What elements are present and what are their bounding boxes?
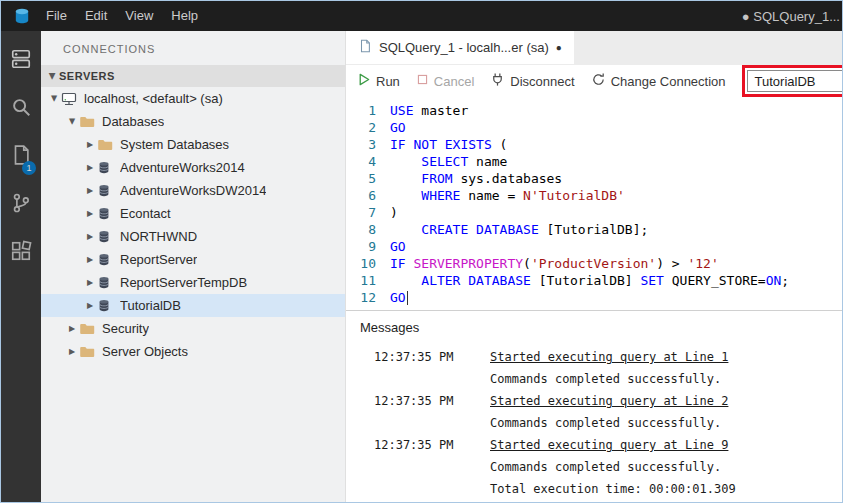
code-line[interactable]: IF SERVERPROPERTY('ProductVersion') > '1… [390, 255, 842, 272]
chevron-right-icon: ▶ [65, 347, 79, 356]
chevron-down-icon: ▶ [50, 92, 59, 106]
database-icon [97, 275, 115, 290]
code-token: ; [781, 273, 789, 288]
folder-icon [79, 321, 97, 337]
tree-item-econtact[interactable]: ▶Econtact [41, 202, 345, 225]
message-time [374, 478, 482, 500]
message-row: Commands completed successfully. [374, 456, 842, 478]
search-icon [10, 96, 32, 122]
tree-item-label: TutorialDB [120, 298, 181, 313]
menu-edit[interactable]: Edit [76, 8, 116, 23]
connections-sidebar: CONNECTIONS ▶ SERVERS ▶localhost, <defau… [41, 31, 346, 502]
code-line[interactable]: WHERE name = N'TutorialDB' [390, 187, 842, 204]
tree-item-label: AdventureWorksDW2014 [120, 183, 266, 198]
code-token: master [413, 103, 468, 118]
tree-item-adventureworksdw2014[interactable]: ▶AdventureWorksDW2014 [41, 179, 345, 202]
code-editor[interactable]: 123456789101112 USE masterGOIF NOT EXIST… [346, 97, 842, 310]
code-token: IF NOT EXISTS [390, 137, 492, 152]
disconnect-label: Disconnect [510, 74, 574, 89]
chevron-right-icon: ▶ [83, 140, 97, 149]
code-token: ) > [656, 256, 687, 271]
cancel-button[interactable]: Cancel [416, 73, 474, 89]
message-link[interactable]: Started executing query at Line 9 [490, 434, 842, 456]
tab-label: SQLQuery_1 - localh...er (sa) [379, 40, 549, 55]
code-line[interactable]: USE master [390, 102, 842, 119]
tree-item-reportserver[interactable]: ▶ReportServer [41, 248, 345, 271]
disconnect-button[interactable]: Disconnect [490, 72, 574, 90]
refresh-connection-icon [591, 72, 606, 90]
tree-item-label: Server Objects [102, 344, 188, 359]
code-line[interactable]: FROM sys.databases [390, 170, 842, 187]
message-row: 12:37:35 PMStarted executing query at Li… [374, 346, 842, 368]
code-token: WHERE [421, 188, 460, 203]
code-token: FROM [421, 171, 452, 186]
tree-item-system-databases[interactable]: ▶System Databases [41, 133, 345, 156]
code-token: GO [390, 239, 406, 254]
code-token: [TutorialDB]; [539, 222, 649, 237]
main-area: 1 CONNECTIONS ▶ SERVERS ▶localhost, <def… [1, 31, 842, 502]
tree-item-label: System Databases [120, 137, 229, 152]
code-line[interactable]: GO [390, 289, 842, 306]
line-number: 11 [346, 272, 376, 289]
menu-help[interactable]: Help [162, 8, 207, 23]
tree-item-security[interactable]: ▶Security [41, 317, 345, 340]
tree-item-adventureworks2014[interactable]: ▶AdventureWorks2014 [41, 156, 345, 179]
code-line[interactable]: CREATE DATABASE [TutorialDB]; [390, 221, 842, 238]
code-token: ) [390, 205, 398, 220]
code-line[interactable]: IF NOT EXISTS ( [390, 136, 842, 153]
code-line[interactable]: ALTER DATABASE [TutorialDB] SET QUERY_ST… [390, 272, 842, 289]
code-line[interactable]: GO [390, 238, 842, 255]
message-link[interactable]: Started executing query at Line 1 [490, 346, 842, 368]
database-icon [97, 298, 115, 313]
message-row: Commands completed successfully. [374, 368, 842, 390]
dirty-indicator: ● [556, 42, 562, 53]
tree-item-tutorialdb[interactable]: ▶TutorialDB [41, 294, 345, 317]
message-time [374, 368, 482, 390]
branch-icon [10, 192, 32, 218]
chevron-down-icon: ▶ [68, 115, 77, 129]
code-token: 'ProductVersion' [531, 256, 656, 271]
code-line[interactable]: ) [390, 204, 842, 221]
tab-strip: SQLQuery_1 - localh...er (sa) ● [346, 31, 842, 65]
menu-file[interactable]: File [37, 8, 76, 23]
database-dropdown[interactable]: TutorialDB ▼ [747, 70, 843, 92]
activity-source-control[interactable] [1, 181, 41, 229]
stop-icon [416, 73, 429, 89]
code-token: GO [390, 290, 406, 305]
tree-item-databases[interactable]: ▶Databases [41, 110, 345, 133]
database-dropdown-value: TutorialDB [755, 74, 816, 89]
code-token: SERVERPROPERTY [413, 256, 523, 271]
chevron-right-icon: ▶ [65, 324, 79, 333]
message-link[interactable]: Started executing query at Line 2 [490, 390, 842, 412]
activity-search[interactable] [1, 85, 41, 133]
servers-section-header[interactable]: ▶ SERVERS [41, 65, 345, 87]
tab-sqlquery-1[interactable]: SQLQuery_1 - localh...er (sa) ● [346, 31, 574, 64]
messages-panel: Messages 12:37:35 PMStarted executing qu… [346, 310, 842, 502]
menu-view[interactable]: View [116, 8, 162, 23]
message-time: 12:37:35 PM [374, 434, 482, 456]
message-result: Commands completed successfully. [490, 456, 842, 478]
change-connection-button[interactable]: Change Connection [591, 72, 726, 90]
file-icon [358, 39, 372, 56]
activity-connections[interactable] [1, 37, 41, 85]
message-time [374, 456, 482, 478]
line-number: 9 [346, 238, 376, 255]
tree-item-northwnd[interactable]: ▶NORTHWND [41, 225, 345, 248]
sidebar-title: CONNECTIONS [41, 31, 345, 65]
line-number: 3 [346, 136, 376, 153]
run-icon [356, 72, 371, 90]
connections-tree: ▶localhost, <default> (sa)▶Databases▶Sys… [41, 87, 345, 502]
query-toolbar: Run Cancel Disconnect Change Connection … [346, 65, 842, 97]
activity-extensions[interactable] [1, 229, 41, 277]
message-row: Commands completed successfully. [374, 412, 842, 434]
code-line[interactable]: SELECT name [390, 153, 842, 170]
tree-item-label: Security [102, 321, 149, 336]
activity-bar: 1 [1, 31, 41, 502]
tree-item-server-objects[interactable]: ▶Server Objects [41, 340, 345, 363]
tree-item-reportservertempdb[interactable]: ▶ReportServerTempDB [41, 271, 345, 294]
tree-item-localhost-default-sa[interactable]: ▶localhost, <default> (sa) [41, 87, 345, 110]
run-button[interactable]: Run [356, 72, 400, 90]
activity-task-history[interactable]: 1 [1, 133, 41, 181]
code-line[interactable]: GO [390, 119, 842, 136]
title-bar: FileEditViewHelp ● SQLQuery_1... [1, 1, 842, 31]
